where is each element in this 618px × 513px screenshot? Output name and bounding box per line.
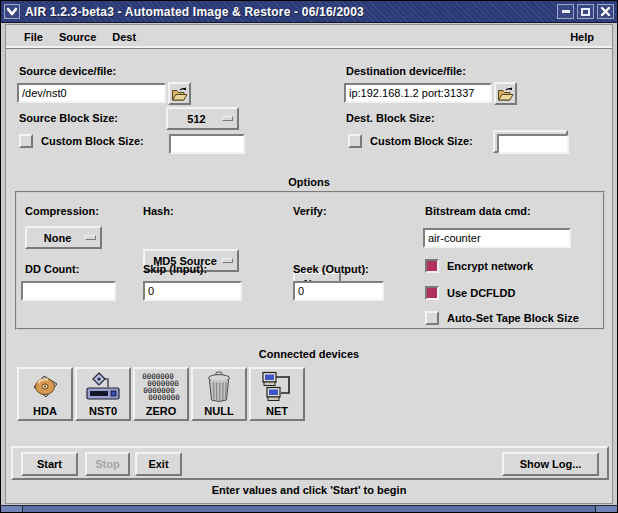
source-block-size-dropdown[interactable]: 512: [166, 107, 239, 130]
open-folder-icon: [171, 86, 188, 102]
dest-device-label: Destination device/file:: [346, 65, 466, 77]
device-label: ZERO: [146, 405, 177, 418]
zeros-icon: 0000000 0000000 0000000 0000000: [142, 369, 180, 405]
close-icon: [600, 6, 611, 17]
hash-label: Hash:: [143, 205, 174, 217]
skip-label: Skip (Input):: [143, 263, 207, 275]
source-custom-block-checkbox[interactable]: [19, 134, 33, 148]
dest-custom-block-label: Custom Block Size:: [370, 135, 473, 147]
dest-custom-block-checkbox[interactable]: [348, 134, 362, 148]
menu-source[interactable]: Source: [51, 28, 104, 46]
minimize-button[interactable]: [557, 4, 574, 19]
main-area: Source device/file: Source Block Size: 5…: [6, 50, 612, 503]
menubar: File Source Dest Help: [6, 25, 612, 49]
auto-set-tape-row: Auto-Set Tape Block Size: [425, 311, 579, 325]
source-device-input[interactable]: [17, 83, 166, 103]
menu-dest[interactable]: Dest: [104, 28, 144, 46]
menu-file[interactable]: File: [16, 28, 51, 46]
compression-dropdown[interactable]: None: [25, 226, 102, 249]
bitstream-label: Bitstream data cmd:: [425, 205, 531, 217]
options-title: Options: [6, 176, 612, 188]
device-button-row: HDA NST0: [17, 367, 305, 421]
minimize-icon: [562, 10, 570, 13]
open-folder-icon: [497, 86, 514, 102]
encrypt-network-row: Encrypt network: [425, 259, 533, 273]
encrypt-network-checkbox[interactable]: [425, 259, 439, 273]
options-frame: Compression: None Hash: MD5 Source Verif…: [15, 191, 605, 330]
maximize-button[interactable]: [577, 4, 594, 19]
device-button-nst0[interactable]: NST0: [75, 367, 131, 421]
window-bottom-border[interactable]: [1, 505, 617, 512]
bitstream-input[interactable]: [423, 228, 571, 248]
source-custom-block-input[interactable]: [169, 134, 245, 154]
close-button[interactable]: [597, 4, 614, 19]
tape-drive-icon: [84, 369, 122, 405]
dest-block-size-label: Dest. Block Size:: [346, 112, 435, 124]
start-button[interactable]: Start: [21, 452, 78, 476]
dd-count-label: DD Count:: [25, 263, 79, 275]
use-dcfldd-checkbox[interactable]: [425, 286, 439, 300]
dest-browse-button[interactable]: [494, 82, 517, 105]
titlebar[interactable]: AIR 1.2.3-beta3 - Automated Image & Rest…: [1, 1, 617, 23]
chevron-down-icon: [5, 6, 19, 18]
device-button-null[interactable]: NULL: [191, 367, 247, 421]
dd-count-input[interactable]: [21, 281, 116, 301]
auto-set-tape-checkbox[interactable]: [425, 311, 439, 325]
use-dcfldd-label: Use DCFLDD: [447, 287, 515, 299]
dropdown-indicator-icon: [222, 116, 233, 121]
source-custom-block-label: Custom Block Size:: [41, 135, 144, 147]
device-button-net[interactable]: NET: [249, 367, 305, 421]
dest-custom-block-input[interactable]: [497, 134, 569, 154]
window-title: AIR 1.2.3-beta3 - Automated Image & Rest…: [25, 5, 557, 19]
dest-custom-block-row: Custom Block Size:: [348, 134, 473, 148]
hard-disk-icon: [27, 369, 63, 405]
exit-button[interactable]: Exit: [135, 452, 182, 476]
seek-label: Seek (Output):: [293, 263, 369, 275]
resize-handle-left[interactable]: [1, 506, 23, 512]
verify-label: Verify:: [293, 205, 327, 217]
maximize-icon: [581, 8, 590, 16]
menu-help[interactable]: Help: [562, 28, 602, 46]
skip-input[interactable]: [143, 281, 242, 301]
dest-device-input[interactable]: [344, 83, 492, 103]
app-window: AIR 1.2.3-beta3 - Automated Image & Rest…: [0, 0, 618, 513]
trash-icon: [204, 369, 234, 405]
compression-label: Compression:: [25, 205, 99, 217]
connected-devices-title: Connected devices: [6, 348, 612, 360]
status-message: Enter values and click 'Start' to begin: [6, 484, 612, 496]
dropdown-indicator-icon: [222, 258, 233, 263]
device-label: NET: [266, 405, 288, 418]
show-log-button[interactable]: Show Log...: [502, 452, 599, 476]
source-browse-button[interactable]: [168, 82, 191, 105]
device-label: NULL: [204, 405, 233, 418]
resize-handle-right[interactable]: [595, 506, 617, 512]
stop-button[interactable]: Stop: [85, 452, 130, 476]
action-bar: Start Stop Exit Show Log...: [11, 446, 609, 480]
auto-set-tape-label: Auto-Set Tape Block Size: [447, 312, 579, 324]
dropdown-indicator-icon: [85, 235, 96, 240]
window-body: File Source Dest Help Source device/file…: [5, 24, 613, 504]
device-label: HDA: [33, 405, 57, 418]
source-custom-block-row: Custom Block Size:: [19, 134, 144, 148]
source-device-label: Source device/file:: [19, 65, 116, 77]
encrypt-network-label: Encrypt network: [447, 260, 533, 272]
source-block-size-value: 512: [187, 113, 205, 125]
use-dcfldd-row: Use DCFLDD: [425, 286, 515, 300]
seek-input[interactable]: [293, 281, 384, 301]
network-icon: [260, 369, 294, 405]
device-button-hda[interactable]: HDA: [17, 367, 73, 421]
device-label: NST0: [89, 405, 117, 418]
window-menu-button[interactable]: [4, 4, 20, 19]
compression-value: None: [44, 232, 72, 244]
device-button-zero[interactable]: 0000000 0000000 0000000 0000000 ZERO: [133, 367, 189, 421]
source-block-size-label: Source Block Size:: [19, 112, 118, 124]
